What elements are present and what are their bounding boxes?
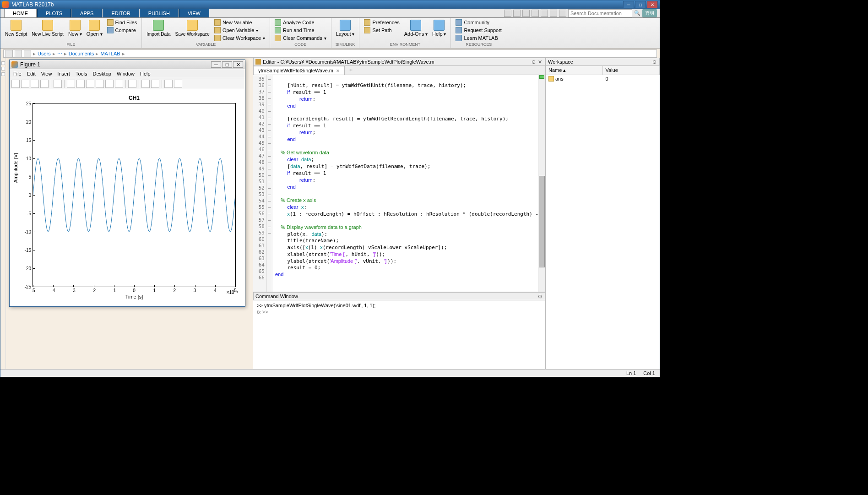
scrollbar-track[interactable] <box>538 75 545 292</box>
panel-menu-icon[interactable]: ⊙ <box>530 59 537 65</box>
figure-menubar: File Edit View Insert Tools Desktop Wind… <box>10 69 245 78</box>
tab-editor[interactable]: EDITOR <box>103 9 139 17</box>
menu-help[interactable]: Help <box>140 71 151 76</box>
tab-view[interactable]: VIEW <box>179 9 209 17</box>
tab-apps[interactable]: APPS <box>71 9 102 17</box>
hide-tools-icon[interactable] <box>174 80 182 88</box>
minimize-button[interactable]: ─ <box>623 1 634 8</box>
menu-view[interactable]: View <box>41 71 52 76</box>
maximize-button[interactable]: □ <box>635 1 646 8</box>
cut-icon[interactable] <box>513 10 521 17</box>
redo-icon[interactable] <box>550 10 557 17</box>
save-icon[interactable] <box>31 80 39 88</box>
new-tab-button[interactable]: ＋ <box>345 65 357 75</box>
data-cursor-icon[interactable] <box>105 80 114 88</box>
learn-matlab-button[interactable]: Learn MATLAB <box>454 34 504 42</box>
breadcrumb[interactable]: Documents <box>69 51 94 56</box>
gutter-icon[interactable] <box>1 72 5 76</box>
clear-workspace-button[interactable]: Clear Workspace ▾ <box>212 34 267 42</box>
zoom-in-icon[interactable] <box>67 80 75 88</box>
import-data-button[interactable]: Import Data <box>145 19 172 38</box>
file-tab[interactable]: ytmSampleWdfPlotSingleWave.m ✕ <box>253 66 345 75</box>
col-name[interactable]: Name ▴ <box>546 66 603 75</box>
gutter-icon[interactable] <box>1 67 5 71</box>
search-icon[interactable]: 🔍 <box>634 10 640 16</box>
undo-icon[interactable] <box>541 10 548 17</box>
chart-axes[interactable]: Amplitude [V] Time [s] ×10⁻³ -25-20-15-1… <box>33 103 236 287</box>
open-icon[interactable] <box>21 80 29 88</box>
figure-logo-icon <box>11 61 18 68</box>
col-value[interactable]: Value <box>603 66 660 75</box>
menu-tools[interactable]: Tools <box>76 71 87 76</box>
panel-close-icon[interactable]: ✕ <box>537 59 543 65</box>
close-button[interactable]: ✕ <box>233 61 243 68</box>
menu-file[interactable]: File <box>13 71 22 76</box>
help-button[interactable]: Help ▾ <box>430 19 448 38</box>
breadcrumb[interactable]: Users <box>38 51 51 56</box>
new-live-script-button[interactable]: New Live Script <box>30 19 65 38</box>
minimize-button[interactable]: ─ <box>211 61 221 68</box>
open-button[interactable]: Open ▾ <box>85 19 104 38</box>
close-button[interactable]: ✕ <box>647 1 658 8</box>
tab-home[interactable]: HOME <box>4 9 37 17</box>
gutter-icon[interactable] <box>1 61 5 65</box>
rotate-icon[interactable] <box>96 80 104 88</box>
up-icon[interactable] <box>24 50 31 57</box>
find-files-button[interactable]: Find Files <box>105 19 139 26</box>
menu-insert[interactable]: Insert <box>57 71 70 76</box>
link-icon[interactable] <box>128 80 136 88</box>
figure-window[interactable]: Figure 1 ─ □ ✕ File Edit View Insert Too… <box>9 60 245 307</box>
panel-menu-icon[interactable]: ⊙ <box>537 293 543 299</box>
back-icon[interactable] <box>5 50 13 57</box>
legend-icon[interactable] <box>151 80 159 88</box>
brush-icon[interactable] <box>115 80 123 88</box>
request-support-button[interactable]: Request Support <box>454 27 504 34</box>
paste-icon[interactable] <box>532 10 539 17</box>
analyze-code-button[interactable]: Analyze Code <box>273 19 328 26</box>
compare-button[interactable]: Compare <box>105 27 139 34</box>
clear-commands-button[interactable]: Clear Commands ▾ <box>273 34 328 42</box>
run-and-time-button[interactable]: Run and Time <box>273 27 328 34</box>
code-editor[interactable]: 35 36 37 38 39 40 41 42 43 44 45 46 47 4… <box>253 75 545 292</box>
new-script-button[interactable]: New Script <box>3 19 29 38</box>
tab-publish[interactable]: PUBLISH <box>140 9 179 17</box>
save-icon[interactable] <box>504 10 511 17</box>
menu-desktop[interactable]: Desktop <box>93 71 111 76</box>
save-workspace-button[interactable]: Save Workspace <box>173 19 211 38</box>
plot-tools-icon[interactable] <box>164 80 173 88</box>
addons-button[interactable]: Add-Ons ▾ <box>402 19 429 38</box>
print-icon[interactable] <box>40 80 49 88</box>
new-variable-button[interactable]: New Variable <box>212 19 267 26</box>
pointer-icon[interactable] <box>54 80 62 88</box>
community-button[interactable]: Community <box>454 19 504 26</box>
new-figure-icon[interactable] <box>11 80 20 88</box>
current-folder-path[interactable]: ▸ Users ▸ ⋯ ▸ Documents ▸ MATLAB ▸ <box>3 49 657 58</box>
menu-edit[interactable]: Edit <box>27 71 36 76</box>
close-tab-icon[interactable]: ✕ <box>336 68 340 73</box>
layout-button[interactable]: Layout ▾ <box>334 19 357 38</box>
menu-window[interactable]: Window <box>117 71 135 76</box>
preferences-button[interactable]: Preferences <box>362 19 401 26</box>
tab-plots[interactable]: PLOTS <box>37 9 71 17</box>
zoom-out-icon[interactable] <box>76 80 85 88</box>
panel-menu-icon[interactable]: ⊙ <box>651 59 657 65</box>
breadcrumb[interactable]: MATLAB <box>100 51 120 56</box>
set-path-button[interactable]: Set Path <box>362 27 401 34</box>
open-variable-button[interactable]: Open Variable ▾ <box>212 27 267 34</box>
code-text[interactable]: [hUnit, result] = ytmWdfGetHUnit(filenam… <box>272 75 538 292</box>
search-input[interactable] <box>568 9 632 17</box>
colorbar-icon[interactable] <box>141 80 150 88</box>
help-icon[interactable] <box>559 10 566 17</box>
scrollbar-thumb[interactable] <box>539 176 545 267</box>
maximize-button[interactable]: □ <box>222 61 232 68</box>
breadcrumb[interactable]: ⋯ <box>57 51 62 57</box>
new-button[interactable]: New ▾ <box>66 19 84 38</box>
forward-icon[interactable] <box>15 50 22 57</box>
copy-icon[interactable] <box>522 10 530 17</box>
user-badge[interactable]: 秀明 <box>642 9 657 17</box>
workspace-row[interactable]: ans 0 <box>546 75 660 82</box>
figure-titlebar[interactable]: Figure 1 ─ □ ✕ <box>10 60 245 69</box>
center-panel: Editor - C:¥Users¥ ¥Documents¥MATLAB¥ytm… <box>253 58 545 369</box>
pan-icon[interactable] <box>86 80 94 88</box>
command-window-body[interactable]: >> ytmSampleWdfPlotSingleWave('sine01.wd… <box>253 300 545 369</box>
